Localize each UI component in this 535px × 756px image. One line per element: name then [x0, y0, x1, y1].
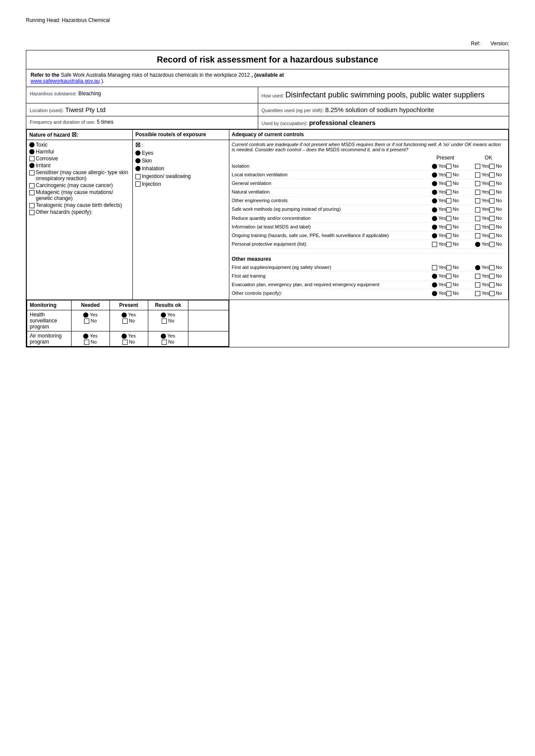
nature-x: ☒ — [72, 131, 77, 138]
section-headers-row: Nature of hazard ☒: Possible route/s of … — [26, 129, 509, 347]
control-general-vent: General ventilation YesNo YesNo — [232, 179, 506, 188]
ok-header: OK — [471, 155, 506, 161]
version-label: Version: — [491, 41, 509, 47]
control-ppe: Personal protective equipment (list): Ye… — [232, 240, 506, 249]
nature-other: Other hazard/s (specify): — [29, 209, 130, 215]
sensitiser-checkbox — [29, 170, 34, 175]
refer-end: ). — [101, 78, 104, 84]
ref-label: Ref: — [471, 41, 480, 47]
control-information: Information (at least MSDS and label) Ye… — [232, 223, 506, 231]
page-title: Record of risk assessment for a hazardou… — [31, 55, 504, 65]
other-checkbox — [29, 210, 34, 215]
route-injection: Injection — [135, 181, 226, 187]
quantities-label: Quantities used (eg per shift): — [262, 108, 324, 113]
adequacy-desc: Current controls are inadequate if not p… — [232, 142, 506, 152]
possible-header: Possible route/s of exposure — [135, 131, 206, 137]
control-first-aid-supplies: First aid supplies/equipment (eg safety … — [232, 263, 506, 272]
refer-bold2: , (available at — [251, 72, 284, 78]
monitoring-header: Monitoring — [27, 300, 72, 310]
present-header: Present — [419, 155, 471, 161]
nature-toxic: Toxic — [29, 142, 130, 148]
skin-radio — [135, 158, 141, 163]
location-label: Location (used): — [30, 108, 64, 113]
quantities-value: 8.25% solution of sodium hypochlorite — [325, 106, 434, 113]
ingestion-checkbox — [135, 174, 141, 179]
toxic-radio — [29, 142, 34, 147]
hazardous-row: Hazardous substance: Bleaching How used:… — [26, 87, 509, 103]
location-row: Location (used): Tiwest Pty Ltd Quantiti… — [26, 103, 509, 116]
hazardous-value: Bleaching — [78, 91, 101, 97]
control-other: Other controls (specify): YesNo YesNo — [232, 289, 506, 298]
teratogenic-checkbox — [29, 203, 34, 208]
eyes-radio — [135, 150, 141, 156]
isolation-ok: YesNo — [471, 163, 506, 169]
used-by-value: professional cleaners — [309, 119, 375, 126]
used-by-label: Used by (occupation): — [262, 121, 308, 126]
ref-line: Ref: Version: — [26, 41, 509, 47]
control-training: Ongoing training (hazards, safe use, PPE… — [232, 231, 506, 240]
control-safe-work: Safe work methods (eg pumping instead of… — [232, 205, 506, 214]
monitoring-air: Air monitoring program Yes No Yes No — [27, 331, 229, 347]
adequacy-header: Adequacy of current controls — [232, 131, 304, 137]
nature-header: Nature of hazard — [29, 132, 70, 138]
results-header: Results ok — [148, 300, 188, 310]
mutagenic-checkbox — [29, 190, 34, 195]
route-skin: Skin — [135, 158, 226, 164]
injection-checkbox — [135, 181, 141, 187]
control-reduce-qty: Reduce quantity and/or concentration Yes… — [232, 214, 506, 223]
control-local-extraction: Local extraction ventilation YesNo YesNo — [232, 171, 506, 179]
running-head: Running Head: Hazardous Chemical — [26, 17, 509, 23]
hazardous-label: Hazardous substance: — [30, 91, 77, 96]
frequency-label: Frequency and duration of use: — [30, 119, 95, 125]
needed-header: Needed — [71, 300, 110, 310]
nature-teratogenic: Teratogenic (may cause birth defects) — [29, 202, 130, 208]
frequency-value: 5 times — [97, 119, 114, 125]
title-row: Record of risk assessment for a hazardou… — [26, 50, 509, 69]
corrosive-checkbox — [29, 156, 34, 161]
inhalation-radio — [135, 166, 141, 171]
nature-sensitiser: Sensitiser (may cause allergic- type ski… — [29, 169, 130, 181]
refer-bold: Refer to the — [31, 72, 59, 78]
nature-irritant: Irritant — [29, 162, 130, 169]
route-ingestion: Ingestion/ swallowing — [135, 173, 226, 179]
frequency-row: Frequency and duration of use: 5 times U… — [26, 116, 509, 129]
nature-mutagenic: Mutagenic (may cause mutations/ genetic … — [29, 189, 130, 201]
control-isolation: Isolation YesNo YesNo — [232, 162, 506, 171]
present-col-header: Present — [110, 300, 148, 310]
location-value: Tiwest Pty Ltd — [65, 106, 106, 113]
harmful-radio — [29, 149, 34, 154]
irritant-radio — [29, 163, 34, 168]
isolation-present: YesNo — [419, 163, 471, 169]
nature-carcinogenic: Carcinogenic (may cause cancer) — [29, 182, 130, 188]
control-first-aid-training: First aid training YesNo YesNo — [232, 272, 506, 281]
main-table: Record of risk assessment for a hazardou… — [26, 50, 509, 347]
how-used-label: How used: — [262, 93, 284, 98]
other-measures-header: Other measures — [232, 254, 506, 263]
monitoring-health: Health surveillance program Yes No Yes — [27, 310, 229, 331]
control-engineering: Other engineering controls YesNo YesNo — [232, 197, 506, 205]
route-eyes: Eyes — [135, 150, 226, 156]
carcinogenic-checkbox — [29, 183, 34, 188]
route-inhalation: Inhalation — [135, 166, 226, 172]
route-x: ☒ : — [135, 142, 226, 148]
control-evacuation: Evacuation plan, emergency plan, and req… — [232, 281, 506, 289]
monitoring-row: Monitoring Needed Present Results ok Hea… — [27, 300, 509, 347]
control-natural-vent: Natural ventilation YesNo YesNo — [232, 188, 506, 197]
refer-link[interactable]: www.safeworkaustralia.gov.au — [31, 78, 100, 84]
nature-corrosive: Corrosive — [29, 156, 130, 162]
refer-normal: Safe Work Australia Managing risks of ha… — [61, 72, 250, 78]
nature-harmful: Harmful — [29, 149, 130, 155]
refer-row: Refer to the Safe Work Australia Managin… — [26, 69, 509, 87]
how-used-value: Disinfectant public swimming pools, publ… — [285, 91, 485, 99]
